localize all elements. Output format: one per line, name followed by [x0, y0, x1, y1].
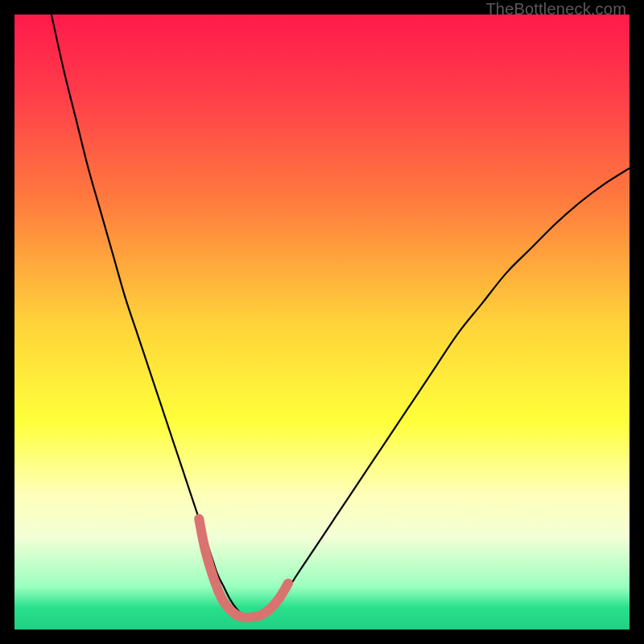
- chart-frame: [14, 14, 630, 630]
- bottleneck-chart: [14, 14, 630, 630]
- watermark-text: TheBottleneck.com: [485, 0, 626, 19]
